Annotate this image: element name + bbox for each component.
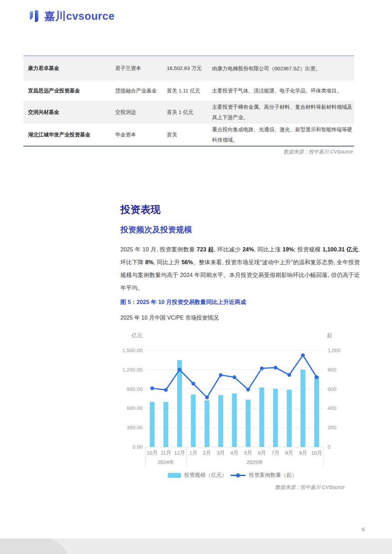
brand-logo-icon — [28, 9, 42, 23]
fund-manager: 慧德融合产业基金 — [115, 88, 167, 94]
fund-manager: 华金资本 — [115, 132, 167, 138]
svg-text:1,000: 1,000 — [328, 347, 341, 353]
chart-data-source: 数据来源：投中嘉川 CVSource — [120, 484, 345, 491]
chart-legend: 投资规模（亿元） 投资案例数量（起） — [120, 472, 345, 479]
fund-name: 湖北江城华发产业投资基金 — [24, 132, 115, 138]
fund-desc: 主要投资于气体、清洁能源、电子化学品、环保类项目。 — [212, 86, 354, 96]
table-row: 湖北江城华发产业投资基金 华金资本 首关 重点投向集成电路、光通信、激光、新型显… — [24, 124, 354, 146]
svg-text:4月: 4月 — [230, 450, 238, 456]
svg-text:3月: 3月 — [217, 450, 225, 456]
fund-manager: 君子兰资本 — [115, 65, 167, 72]
svg-text:1,500.00: 1,500.00 — [122, 347, 143, 353]
footer-swoosh — [0, 538, 73, 554]
svg-text:10月: 10月 — [147, 450, 158, 456]
svg-text:7月: 7月 — [272, 450, 280, 456]
svg-text:0.00: 0.00 — [133, 444, 143, 450]
fund-scale: 首关 1 亿元 — [167, 109, 212, 116]
svg-text:2月: 2月 — [203, 450, 211, 456]
legend-bar-label: 投资规模（亿元） — [184, 472, 227, 479]
svg-text:亿元: 亿元 — [131, 332, 143, 338]
fund-name: 康力君卓基金 — [24, 65, 115, 72]
svg-text:11月: 11月 — [161, 450, 171, 456]
svg-text:1月: 1月 — [189, 450, 197, 456]
body-paragraph: 2025 年 10 月, 投资案例数量 723 起, 环比减少 24%, 同比上… — [120, 243, 360, 294]
report-page: 嘉川cvsource 康力君卓基金 君子兰资本 16,502.83 万元 由康力… — [0, 0, 392, 554]
svg-text:起: 起 — [327, 332, 332, 338]
svg-text:9月: 9月 — [299, 450, 307, 456]
svg-text:200: 200 — [328, 425, 336, 430]
legend-line-label: 投资案例数量（起） — [249, 472, 297, 479]
svg-text:12月: 12月 — [174, 450, 185, 456]
table-row: 交润兴材基金 交投润达 首关 1 亿元 主要投资于稀有金属、高分子材料、复合材料… — [24, 101, 354, 124]
fund-desc: 重点投向集成电路、光通信、激光、新型显示和智能终端等硬科技领域。 — [212, 124, 354, 145]
fund-manager: 交投润达 — [115, 109, 167, 116]
fund-desc: 由康力电梯股份有限公司（002367.SZ）出资。 — [212, 63, 354, 74]
svg-text:900.00: 900.00 — [127, 386, 143, 392]
svg-text:2025年: 2025年 — [247, 459, 263, 465]
svg-text:6月: 6月 — [258, 450, 266, 456]
fund-name: 交润兴材基金 — [24, 109, 115, 116]
svg-text:600: 600 — [328, 386, 336, 392]
svg-text:5月: 5月 — [244, 450, 252, 456]
fund-name: 宜昌思远产业投资基金 — [24, 88, 115, 94]
svg-text:1,200.00: 1,200.00 — [122, 367, 143, 373]
svg-text:300.00: 300.00 — [127, 425, 143, 430]
legend-item-line: 投资案例数量（起） — [230, 472, 297, 479]
svg-text:600.00: 600.00 — [127, 405, 143, 411]
brand-logo: 嘉川cvsource — [28, 9, 115, 24]
chart-title: 2025 年 10 月中国 VC/PE 市场投资情况 — [120, 314, 219, 322]
svg-text:2024年: 2024年 — [157, 459, 174, 465]
section-subtitle: 投资频次及投资规模 — [120, 224, 192, 235]
line-legend-symbol — [230, 473, 246, 478]
svg-text:0: 0 — [328, 444, 330, 450]
svg-text:10月: 10月 — [311, 450, 322, 456]
brand-name-en: cvsource — [66, 10, 115, 22]
bar-legend-swatch — [168, 473, 181, 478]
fund-scale: 首关 — [167, 132, 212, 138]
table-row: 宜昌思远产业投资基金 慧德融合产业基金 首关 1.11 亿元 主要投资于气体、清… — [24, 81, 354, 101]
investment-chart: 1,500.001,0001,200.00800900.00600600.004… — [120, 328, 349, 472]
brand-logo-text: 嘉川cvsource — [44, 9, 115, 24]
fund-scale: 16,502.83 万元 — [167, 65, 212, 72]
legend-item-bar: 投资规模（亿元） — [168, 472, 227, 479]
figure-caption: 图 5：2025 年 10 月投资交易数量同比上升近两成 — [120, 298, 246, 306]
chart-canvas: 1,500.001,0001,200.00800900.00600600.004… — [120, 328, 349, 472]
svg-text:800: 800 — [328, 367, 336, 373]
fund-scale: 首关 1.11 亿元 — [167, 88, 212, 94]
table-row: 康力君卓基金 君子兰资本 16,502.83 万元 由康力电梯股份有限公司（00… — [24, 56, 354, 81]
svg-text:8月: 8月 — [285, 450, 293, 456]
table-data-source: 数据来源：投中嘉川 CVSource — [24, 149, 353, 155]
section-title: 投资表现 — [120, 203, 161, 217]
fund-desc: 主要投资于稀有金属、高分子材料、复合材料等新材料领域及其上下游产业。 — [212, 102, 354, 123]
svg-text:400: 400 — [328, 405, 336, 411]
page-number: 6 — [356, 526, 370, 532]
brand-name-cn: 嘉川 — [44, 10, 66, 22]
footer-bar — [0, 538, 392, 554]
fund-table: 康力君卓基金 君子兰资本 16,502.83 万元 由康力电梯股份有限公司（00… — [24, 55, 354, 146]
